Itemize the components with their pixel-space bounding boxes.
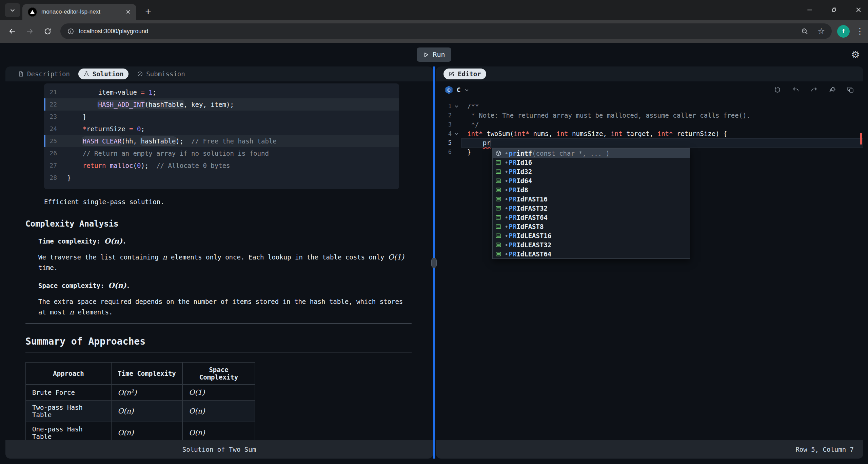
overview-ruler-error-marker (860, 133, 862, 144)
reload-icon[interactable] (41, 24, 54, 38)
tab-description[interactable]: Description (13, 69, 75, 79)
code-token: ( (121, 137, 125, 145)
code-token: int (556, 130, 568, 137)
solution-content: 21 item→value = 1;22 HASH_ADD_INT(hashTa… (5, 81, 433, 440)
redo-icon[interactable] (810, 86, 818, 94)
language-selector[interactable]: C C (445, 85, 469, 94)
code-token: hashTable (141, 137, 176, 145)
suggest-item[interactable]: •PRIdFAST64 (493, 213, 690, 222)
space-complexity-line: Space complexity: O(n). (38, 281, 413, 290)
reset-icon[interactable] (774, 86, 781, 94)
code-token: pr (483, 139, 491, 147)
tab-submission[interactable]: Submission (132, 69, 190, 79)
table-header-row: ApproachTime ComplexitySpace Complexity (26, 362, 255, 385)
fold-chevron-icon[interactable] (452, 102, 461, 111)
suggest-item[interactable]: •PRId32 (493, 167, 690, 176)
code-token: ( (145, 101, 149, 108)
bookmark-star-icon[interactable]: ☆ (817, 27, 825, 35)
site-info-icon[interactable] (67, 28, 74, 35)
suggest-item[interactable]: •PRIdFAST16 (493, 194, 690, 204)
suggest-item[interactable]: •PRIdLEAST16 (493, 231, 690, 240)
suggest-label: IdFAST32 (516, 205, 548, 212)
browser-tab[interactable]: monaco-editor-lsp-next (22, 4, 136, 20)
suggest-label: Id32 (516, 168, 532, 175)
menu-kebab-icon[interactable]: ⋮ (856, 26, 863, 36)
undo-icon[interactable] (792, 86, 800, 94)
panel-resizer-grip[interactable] (431, 258, 437, 268)
suggest-item[interactable]: •PRIdLEAST64 (493, 249, 690, 258)
section-divider (25, 323, 412, 324)
fold-chevron-icon[interactable] (452, 129, 461, 138)
code-token (145, 89, 149, 96)
suggest-item[interactable]: •PRIdFAST8 (493, 222, 690, 231)
suggest-bullet: • (505, 177, 508, 185)
minimize-icon[interactable] (806, 6, 814, 14)
editor-line[interactable]: 2 * Note: The returned array must be mal… (436, 111, 863, 120)
suggest-item[interactable]: •PRId8 (493, 185, 690, 194)
editor-content: C C (436, 81, 863, 440)
table-row: Two-pass Hash TableO(n)O(n) (26, 400, 255, 422)
table-cell: O(n) (182, 422, 255, 440)
tab-search-button[interactable] (5, 3, 20, 17)
editor-line[interactable]: 4int* twoSum(int* nums, int numsSize, in… (436, 129, 863, 138)
math-expression: n (70, 308, 74, 316)
table-row: One-pass Hash TableO(n)O(n) (26, 422, 255, 440)
suggest-item[interactable]: •PRId64 (493, 176, 690, 185)
window-close-icon[interactable] (854, 6, 863, 14)
code-token: , (650, 130, 657, 137)
settings-gear-icon[interactable]: ⚙ (851, 50, 860, 60)
suggest-match-text: PR (509, 205, 516, 212)
copy-icon[interactable] (847, 86, 854, 94)
zoom-out-icon[interactable] (801, 27, 809, 35)
tab-editor[interactable]: Editor (443, 69, 486, 79)
right-panel-tabs: Editor (436, 66, 863, 81)
forward-icon[interactable] (23, 24, 37, 38)
maximize-restore-icon[interactable] (830, 6, 838, 14)
run-button[interactable]: Run (417, 47, 451, 62)
suggest-label: IdLEAST64 (516, 250, 551, 258)
suggest-item[interactable]: •PRIdFAST32 (493, 204, 690, 213)
suggest-match-text: PR (509, 214, 516, 221)
editor-line[interactable]: 5 pr (436, 138, 863, 148)
code-token: */ (467, 121, 479, 128)
code-token (673, 130, 676, 137)
tab-solution[interactable]: Solution (78, 69, 129, 79)
new-tab-button[interactable]: + (142, 5, 155, 18)
code-token: 1 (149, 89, 152, 96)
window-controls (806, 0, 863, 20)
svg-text:C: C (447, 88, 451, 93)
address-bar[interactable]: localhost:3000/playground ☆ (60, 23, 832, 39)
code-line: 24 *returnSize = 0; (44, 123, 399, 135)
profile-avatar[interactable]: f (837, 25, 850, 38)
math-expression: O(n) (189, 407, 205, 415)
url-text[interactable]: localhost:3000/playground (79, 28, 792, 35)
math-expression: O(n) (108, 281, 126, 290)
solution-footer: Solution of Two Sum (5, 440, 433, 459)
constant-icon (495, 242, 504, 248)
suggest-label: Id64 (516, 177, 532, 185)
back-icon[interactable] (5, 24, 19, 38)
line-number: 23 (44, 111, 67, 123)
tab-close-icon[interactable] (125, 9, 131, 15)
suggest-item[interactable]: •PRIdLEAST32 (493, 240, 690, 249)
suggest-item[interactable]: •printf(const char *, ... ) (493, 149, 690, 158)
code-token: // Return an empty array if no solution … (83, 150, 269, 157)
editor-line-number: 4 (436, 129, 452, 138)
document-icon (18, 71, 24, 77)
suggest-item[interactable]: •PRId16 (493, 158, 690, 167)
playground-app: Run ⚙ Description Solution Submission 21… (0, 43, 868, 464)
language-label: C (457, 86, 460, 94)
tab-label: Submission (146, 70, 185, 78)
format-brush-icon[interactable] (829, 86, 836, 94)
suggest-bullet: • (505, 168, 508, 175)
suggest-bullet: • (505, 241, 508, 249)
editor-line[interactable]: 1/** (436, 102, 863, 111)
code-token: returnSize (677, 130, 715, 137)
constant-icon (495, 251, 504, 257)
table-cell: O(1) (182, 385, 255, 400)
complexity-heading: Complexity Analysis (25, 219, 433, 229)
code-token (67, 162, 83, 169)
suggest-match-text: PR (509, 232, 516, 239)
code-token: } (467, 148, 471, 156)
editor-line[interactable]: 3 */ (436, 120, 863, 129)
